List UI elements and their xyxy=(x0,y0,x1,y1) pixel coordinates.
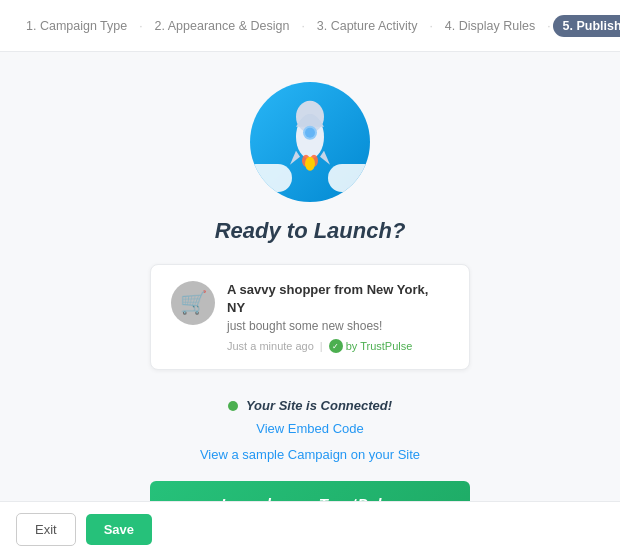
cart-icon: 🛒 xyxy=(180,290,207,316)
top-nav: 1. Campaign Type · 2. Appearance & Desig… xyxy=(0,0,620,52)
notif-separator: | xyxy=(320,340,323,352)
notif-brand: ✓ by TrustPulse xyxy=(329,339,413,353)
sample-link-row: View a sample Campaign on your Site xyxy=(200,445,420,463)
view-sample-campaign-link[interactable]: View a sample Campaign on your Site xyxy=(200,447,420,462)
notif-text-block: A savvy shopper from New York, NY just b… xyxy=(227,281,449,353)
nav-step-appearance-design[interactable]: 2. Appearance & Design xyxy=(145,15,300,37)
nav-step-capture-activity[interactable]: 3. Capture Activity xyxy=(307,15,428,37)
svg-point-6 xyxy=(305,157,315,171)
notification-preview-card: 🛒 A savvy shopper from New York, NY just… xyxy=(150,264,470,370)
notif-meta: Just a minute ago | ✓ by TrustPulse xyxy=(227,339,449,353)
nav-divider-3: · xyxy=(430,19,433,33)
save-button[interactable]: Save xyxy=(86,514,152,545)
checkmark-icon: ✓ xyxy=(329,339,343,353)
nav-step-campaign-type[interactable]: 1. Campaign Type xyxy=(16,15,137,37)
rocket-icon xyxy=(282,99,338,179)
connected-text: Your Site is Connected! xyxy=(246,398,392,413)
notif-time: Just a minute ago xyxy=(227,340,314,352)
main-content: Ready to Launch? 🛒 A savvy shopper from … xyxy=(0,52,620,557)
nav-step-display-rules[interactable]: 4. Display Rules xyxy=(435,15,545,37)
nav-divider-4: · xyxy=(547,19,550,33)
view-embed-code-link[interactable]: View Embed Code xyxy=(256,421,363,436)
launch-title: Ready to Launch? xyxy=(215,218,406,244)
notif-line1: A savvy shopper from New York, NY xyxy=(227,281,449,317)
rocket-illustration xyxy=(250,82,370,202)
nav-step-publish[interactable]: 5. Publish xyxy=(553,15,620,37)
bottom-bar: Exit Save xyxy=(0,501,620,557)
notif-line2: just bought some new shoes! xyxy=(227,319,449,333)
nav-divider-1: · xyxy=(139,19,142,33)
embed-link-row: View Embed Code xyxy=(256,419,363,437)
connected-dot xyxy=(228,401,238,411)
svg-point-3 xyxy=(305,128,315,138)
nav-divider-2: · xyxy=(301,19,304,33)
exit-button[interactable]: Exit xyxy=(16,513,76,546)
site-connected-status: Your Site is Connected! xyxy=(228,398,392,413)
notif-avatar: 🛒 xyxy=(171,281,215,325)
